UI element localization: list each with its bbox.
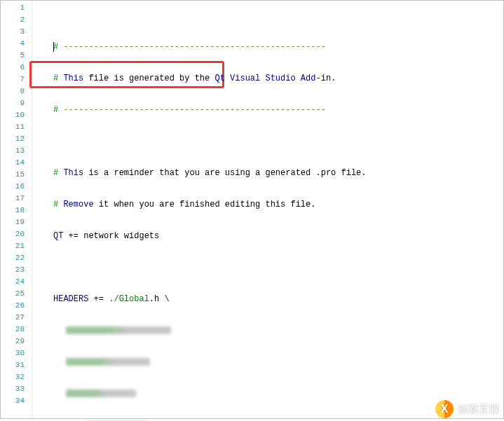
- line-number: 33: [1, 383, 32, 395]
- line-number: 18: [1, 205, 32, 216]
- line-number: 15: [1, 169, 32, 181]
- code-line[interactable]: [36, 262, 503, 274]
- line-number: 17: [1, 193, 32, 205]
- line-number: 31: [1, 359, 32, 371]
- code-line[interactable]: QT += network widgets: [36, 230, 503, 242]
- code-editor[interactable]: 1 2 3 4 5 6 7 8 9 10 11 12 13 14 15 16 1…: [0, 0, 504, 419]
- line-number: 3: [1, 26, 32, 38]
- line-number: 21: [1, 240, 32, 252]
- line-number: 1: [1, 2, 32, 14]
- line-number: 24: [1, 276, 32, 288]
- line-number: 23: [1, 264, 32, 276]
- redacted-text: [66, 389, 136, 397]
- line-number: 10: [1, 109, 32, 121]
- line-number: 7: [1, 74, 32, 85]
- line-number: 6: [1, 62, 32, 74]
- line-number: 25: [1, 288, 32, 300]
- line-number: 19: [1, 216, 32, 228]
- line-number: 4: [1, 38, 32, 50]
- line-number: 27: [1, 312, 32, 324]
- line-number: 26: [1, 300, 32, 312]
- line-number: 32: [1, 371, 32, 383]
- code-line[interactable]: [36, 136, 503, 148]
- line-number: 34: [1, 395, 32, 407]
- code-line[interactable]: [36, 388, 503, 400]
- line-number: 16: [1, 181, 32, 193]
- redacted-text: [66, 358, 150, 366]
- line-number: 20: [1, 228, 32, 240]
- redacted-text: [66, 326, 171, 334]
- code-line[interactable]: # This is a reminder that you are using …: [36, 167, 503, 179]
- line-number: 9: [1, 97, 32, 109]
- line-number: 29: [1, 336, 32, 347]
- line-number: 8: [1, 85, 32, 97]
- code-area[interactable]: # --------------------------------------…: [32, 1, 503, 418]
- line-number-gutter: 1 2 3 4 5 6 7 8 9 10 11 12 13 14 15 16 1…: [1, 1, 32, 418]
- line-number: 30: [1, 347, 32, 359]
- line-number: 11: [1, 121, 32, 133]
- line-number: 13: [1, 145, 32, 157]
- code-line[interactable]: [36, 357, 503, 368]
- line-number: 2: [1, 14, 32, 26]
- line-number: 12: [1, 133, 32, 145]
- line-number: 5: [1, 50, 32, 62]
- line-number: 22: [1, 252, 32, 264]
- code-line[interactable]: [36, 325, 503, 337]
- code-line[interactable]: # Remove it when you are finished editin…: [36, 199, 503, 211]
- code-line[interactable]: # --------------------------------------…: [36, 41, 503, 53]
- code-line[interactable]: HEADERS += ./Global.h \: [36, 294, 503, 305]
- line-number: 28: [1, 324, 32, 336]
- line-number: 14: [1, 157, 32, 169]
- code-line[interactable]: # --------------------------------------…: [36, 104, 503, 116]
- code-line[interactable]: # This file is generated by the Qt Visua…: [36, 73, 503, 85]
